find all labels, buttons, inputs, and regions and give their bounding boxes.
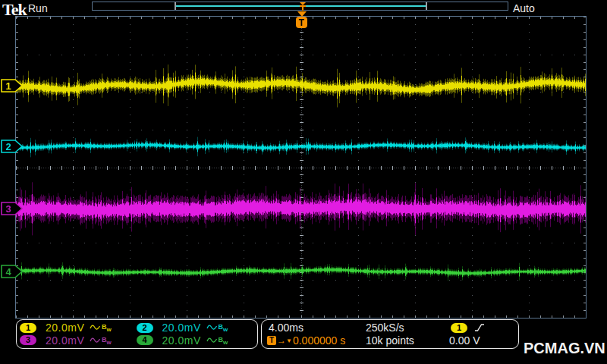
svg-text:2: 2 [5, 141, 11, 152]
trigger-position-value: 0.000000 s [293, 334, 345, 347]
channel-3-badge: 3 [20, 335, 36, 345]
channel-1-position-marker: 1 [1, 78, 24, 93]
ac-sine-icon [90, 324, 101, 331]
channel-3-scale: 20.0mV [46, 334, 88, 347]
channel-2-scale: 20.0mV [162, 322, 205, 334]
triangle-down-icon: ▼ [286, 337, 292, 344]
record-view-right-bracket [426, 2, 427, 10]
trigger-position-readout: T→▼0.000000 s [267, 334, 345, 347]
bandwidth-limit-icon: Bw [102, 334, 112, 347]
ac-sine-icon [90, 337, 101, 344]
horizontal-trigger-readout-box: 4.00ms 250kS/s 1 T→▼0.000000 s 10k point… [261, 319, 519, 349]
svg-text:3: 3 [5, 203, 11, 215]
record-view-left-bracket [175, 2, 176, 10]
channel-2-position-marker: 2 [1, 139, 24, 154]
ac-sine-icon [206, 337, 218, 344]
bandwidth-limit-icon: Bw [219, 334, 228, 347]
sample-rate-readout: 250kS/s [366, 322, 404, 334]
svg-text:1: 1 [5, 80, 11, 92]
bandwidth-limit-icon: Bw [219, 322, 228, 334]
channel-2-readout: 220.0mVBw [137, 322, 253, 334]
trigger-mode-status: Auto [513, 2, 535, 14]
waveform-canvas [16, 17, 586, 318]
trigger-t-badge: T [296, 17, 307, 28]
channel-3-position-marker: 3 [1, 201, 24, 216]
trigger-source-readout: 1 [451, 322, 485, 333]
oscilloscope-screen: { "header": { "logo": "Tek", "acquisitio… [0, 0, 607, 364]
channel-1-badge: 1 [20, 323, 36, 333]
channel-4-position-marker: 4 [1, 264, 24, 279]
trigger-position-flag-icon: T [295, 11, 308, 28]
time-per-div-readout: 4.00ms [269, 322, 304, 334]
record-length-readout: 10k points [366, 334, 414, 347]
bar-trigger-marker-icon [297, 2, 308, 11]
channel-4-scale: 20.0mV [162, 334, 205, 347]
bandwidth-limit-icon: Bw [102, 322, 112, 334]
channel-4-readout: 420.0mVBw [137, 334, 253, 347]
channel-4-badge: 4 [137, 335, 153, 345]
trigger-level-readout: 0.00 V [449, 334, 480, 347]
graticule [15, 16, 587, 318]
channel-1-readout: 120.0mVBw [20, 322, 137, 334]
triangle-down-icon [297, 11, 307, 17]
channel-1-scale: 20.0mV [46, 322, 88, 334]
channel-3-readout: 320.0mVBw [20, 334, 137, 347]
trigger-source-badge: 1 [451, 323, 467, 333]
channel-readout-box: 120.0mVBw220.0mVBw320.0mVBw420.0mVBw [16, 319, 258, 349]
trigger-t-icon: T [267, 336, 276, 345]
acquisition-status: Run [28, 2, 48, 14]
watermark: PCMAG.VN [524, 340, 605, 357]
arrow-right-icon: → [277, 336, 286, 345]
rising-edge-icon [474, 322, 485, 333]
ac-sine-icon [206, 324, 218, 331]
channel-2-badge: 2 [137, 323, 153, 333]
acquisition-preview-bar [92, 2, 508, 11]
svg-text:4: 4 [5, 266, 11, 278]
